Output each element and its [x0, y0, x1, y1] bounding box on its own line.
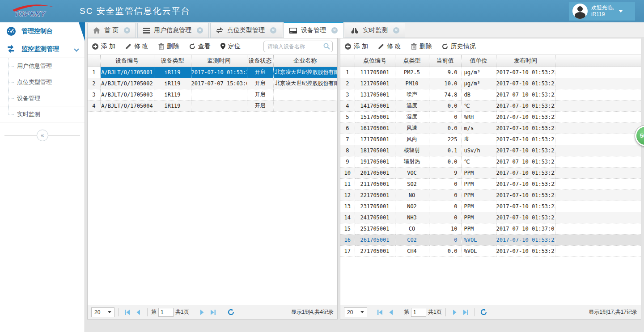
- close-icon[interactable]: ✕: [197, 27, 203, 34]
- tab-point-type[interactable]: 点位类型管理 ✕: [210, 23, 282, 38]
- column-header: 点位编号: [355, 55, 395, 67]
- refresh-icon[interactable]: [479, 307, 489, 317]
- view-button[interactable]: 查看: [189, 42, 211, 50]
- sidebar-item-device[interactable]: 设备管理: [0, 90, 85, 106]
- sidebar: 管理控制台 监控监测管理 用户信息管理 点位类型管理 设备管理 实时监测 «: [0, 22, 85, 332]
- sidebar-submenu: 用户信息管理 点位类型管理 设备管理 实时监测: [0, 58, 85, 122]
- table-row[interactable]: 4A/BJLT/O/1705004iR119开启: [88, 100, 337, 111]
- page-number-input[interactable]: [411, 308, 426, 317]
- close-icon[interactable]: ✕: [124, 27, 130, 34]
- sidebar-item-console[interactable]: 管理控制台: [0, 22, 85, 40]
- swap-icon: [216, 27, 223, 34]
- delete-button[interactable]: 删除: [158, 42, 179, 50]
- first-page-button[interactable]: [375, 307, 386, 317]
- next-page-button[interactable]: [449, 307, 460, 317]
- table-row[interactable]: 8181705001核辐射0.1uSv/h2017-07-10 01:53:21: [340, 145, 641, 156]
- tab-realtime[interactable]: 实时监测 ✕: [345, 23, 405, 38]
- prev-page-button[interactable]: [386, 307, 396, 317]
- device-panel: 添 加 修 改 删除 查看 定位: [87, 38, 338, 319]
- table-row[interactable]: 15251705001CO10PPM2017-07-10 01:37:01: [340, 223, 641, 234]
- history-button[interactable]: 历史情况: [442, 42, 476, 50]
- sidebar-group-monitor[interactable]: 监控监测管理: [0, 40, 85, 58]
- close-icon[interactable]: ✕: [393, 27, 399, 34]
- table-row[interactable]: 4141705001温度0.0℃2017-07-10 01:53:22: [340, 100, 641, 111]
- home-icon: [93, 27, 100, 34]
- table-row[interactable]: 16261705001CO20%VOL2017-07-10 01:53:22: [340, 234, 641, 245]
- search-input[interactable]: [263, 41, 333, 52]
- next-page-button[interactable]: [197, 307, 208, 317]
- collapse-icon[interactable]: «: [37, 130, 48, 141]
- welcome-text: 欢迎光临, iR119: [591, 4, 614, 18]
- close-icon[interactable]: ✕: [331, 27, 338, 34]
- table-row[interactable]: 3A/BJLT/O/1705003iR119开启: [88, 89, 337, 100]
- refresh-icon: [442, 43, 448, 50]
- table-row[interactable]: 13231705001NO20PPM2017-07-10 01:53:22: [340, 201, 641, 212]
- first-page-button[interactable]: [122, 307, 133, 317]
- page-size-select[interactable]: 20: [91, 307, 114, 317]
- plus-circle-icon: [345, 43, 351, 50]
- table-row[interactable]: 2A/BJLT/O/1705002iR1192017-07-07 15:03:0…: [88, 78, 337, 89]
- device-grid: 设备编号设备类型监测时间设备状态企业名称 1A/BJLT/O/1705001iR…: [88, 55, 337, 305]
- user-menu[interactable]: 欢迎光临, iR119: [569, 2, 635, 21]
- sidebar-item-realtime[interactable]: 实时监测: [0, 106, 85, 122]
- page-size-select[interactable]: 20: [344, 307, 367, 317]
- tab-device[interactable]: 设备管理 ✕: [284, 22, 343, 38]
- page-number-group: 第 共1页: [151, 308, 189, 317]
- table-row[interactable]: 10201705001VOC9PPM2017-07-10 01:53:22: [340, 167, 641, 178]
- point-toolbar: 添 加 修 改 删除 历史情况: [340, 38, 641, 55]
- device-panel-icon: [289, 28, 297, 34]
- point-table: 点位编号点类型当前值值单位发布时间 1111705001PM2.59.0μg/m…: [340, 55, 641, 257]
- chevron-down-icon: [619, 10, 623, 13]
- tab-user-info[interactable]: 用户信息管理 ✕: [137, 23, 209, 38]
- table-row[interactable]: 3131705001噪声74.8dB2017-07-10 01:53:22: [340, 89, 641, 100]
- chevron-down-icon: [108, 311, 111, 313]
- device-pager: 20 第 共1页 显示1到4,共4记录: [88, 305, 337, 319]
- sidebar-item-point-type[interactable]: 点位类型管理: [0, 74, 85, 90]
- column-header: 值单位: [461, 55, 496, 67]
- sidebar-group-label: 监控监测管理: [21, 45, 59, 53]
- main-content: 首 页 ✕ 用户信息管理 ✕ 点位类型管理 ✕ 设备管理 ✕: [85, 22, 644, 332]
- page-number-input[interactable]: [158, 308, 174, 317]
- trash-icon: [411, 43, 417, 50]
- search-icon[interactable]: [323, 43, 330, 51]
- chevron-down-icon: [74, 46, 79, 51]
- table-row[interactable]: 2121705001PM1010.0μg/m³2017-07-10 01:53:…: [340, 78, 641, 89]
- pager-summary: 显示1到4,共4记录: [291, 308, 334, 316]
- table-row[interactable]: 1111705001PM2.59.0μg/m³2017-07-10 01:53:…: [340, 67, 641, 78]
- column-header: 设备状态: [247, 55, 273, 67]
- pencil-icon: [125, 43, 131, 50]
- column-header: [340, 55, 355, 67]
- table-row[interactable]: 1A/BJLT/O/1705001iR1192017-07-10 01:53:2…: [88, 67, 337, 78]
- table-row[interactable]: 17271705001CH40.0%VOL2017-07-10 01:53:21: [340, 245, 641, 256]
- chevron-down-icon: [360, 311, 364, 313]
- tab-strip: 首 页 ✕ 用户信息管理 ✕ 点位类型管理 ✕ 设备管理 ✕: [85, 22, 644, 38]
- table-row[interactable]: 12221705001NO0PPM2017-07-10 01:53:21: [340, 189, 641, 201]
- last-page-button[interactable]: [460, 307, 471, 317]
- logo-text: TOPSKY: [14, 10, 46, 18]
- table-row[interactable]: 5151705001湿度0%RH2017-07-10 01:53:22: [340, 111, 641, 122]
- pager-summary: 显示1到17,共17记录: [589, 308, 637, 316]
- table-row[interactable]: 7171705001风向225度2017-07-10 01:53:21: [340, 134, 641, 145]
- sidebar-item-user-info[interactable]: 用户信息管理: [0, 58, 85, 74]
- tab-home[interactable]: 首 页 ✕: [87, 23, 136, 38]
- page-number-group: 第 共1页: [404, 308, 442, 317]
- close-icon[interactable]: ✕: [270, 27, 276, 34]
- locate-button[interactable]: 定位: [220, 42, 241, 50]
- last-page-button[interactable]: [208, 307, 218, 317]
- column-header: 设备类型: [154, 55, 191, 67]
- add-button[interactable]: 添 加: [345, 42, 368, 50]
- active-notch-icon: [79, 22, 85, 41]
- prev-page-button[interactable]: [133, 307, 144, 317]
- table-row[interactable]: 11211705001SO20PPM2017-07-10 01:53:22: [340, 178, 641, 189]
- point-table-header: 点位编号点类型当前值值单位发布时间: [340, 55, 641, 67]
- refresh-icon[interactable]: [226, 307, 237, 317]
- device-table-header: 设备编号设备类型监测时间设备状态企业名称: [88, 55, 337, 67]
- add-button[interactable]: 添 加: [92, 42, 115, 50]
- map-pin-icon: [220, 43, 225, 50]
- table-row[interactable]: 9191705001辐射热0.0℃2017-07-10 01:53:21: [340, 156, 641, 167]
- edit-button[interactable]: 修 改: [125, 42, 148, 50]
- delete-button[interactable]: 删除: [411, 42, 432, 50]
- table-row[interactable]: 14241705001NH30PPM2017-07-10 01:53:21: [340, 212, 641, 223]
- table-row[interactable]: 6161705001风速0.0m/s2017-07-10 01:53:21: [340, 122, 641, 134]
- edit-button[interactable]: 修 改: [378, 42, 401, 50]
